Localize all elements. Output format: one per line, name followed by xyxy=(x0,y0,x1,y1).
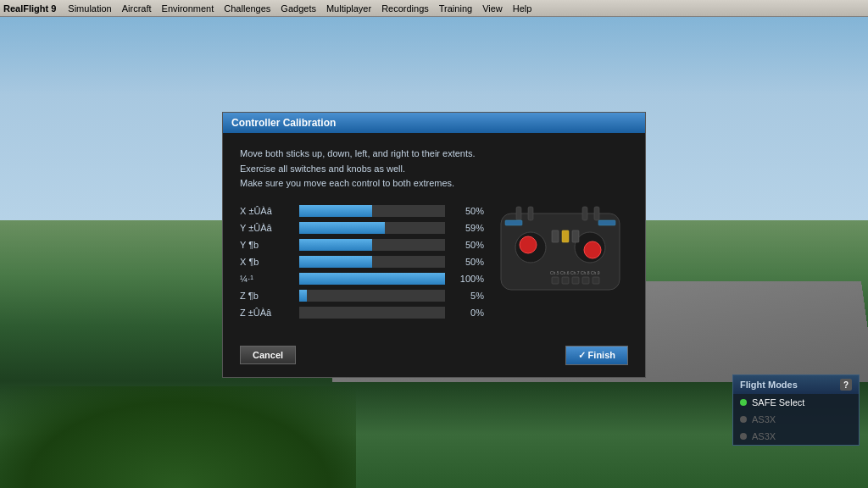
menu-recordings[interactable]: Recordings xyxy=(376,3,434,14)
menu-help[interactable]: Help xyxy=(508,3,537,14)
app-title: RealFlight 9 xyxy=(3,3,56,14)
flight-mode-item-2[interactable]: AS3X xyxy=(733,428,859,445)
progress-bar-4 xyxy=(299,273,445,285)
control-value-6: 0% xyxy=(452,308,484,318)
control-label-1: Y ±ÛÀâ xyxy=(240,223,299,233)
menu-bar-area: RealFlight 9 Simulation Aircraft Environ… xyxy=(3,3,865,14)
control-row-1: Y ±ÛÀâ 59% xyxy=(240,222,484,234)
menu-multiplayer[interactable]: Multiplayer xyxy=(321,3,376,14)
flight-modes-help-button[interactable]: ? xyxy=(840,379,852,391)
flight-mode-label-0: SAFE Select xyxy=(752,397,804,408)
svg-rect-23 xyxy=(598,220,615,225)
svg-rect-18 xyxy=(562,277,569,284)
flight-mode-label-1: AS3X xyxy=(752,414,776,424)
svg-rect-9 xyxy=(552,230,559,242)
svg-rect-10 xyxy=(562,230,569,242)
control-label-0: X ±ÛÀâ xyxy=(240,206,299,216)
progress-bar-2 xyxy=(299,239,372,251)
control-value-1: 59% xyxy=(452,223,484,233)
control-label-3: X ¶b xyxy=(240,257,299,267)
rc-controller-svg: Ch.5 Ch.6 Ch.7 Ch.8 Ch.9 xyxy=(492,205,628,324)
dialog-footer: Cancel ✓ Finish xyxy=(223,337,645,377)
dialog-title-bar: Controller Calibration xyxy=(223,113,645,133)
svg-point-6 xyxy=(520,236,537,253)
controls-list: X ±ÛÀâ 50% Y ±ÛÀâ 59% Y ¶b xyxy=(240,205,484,324)
inactive-dot-icon-1 xyxy=(740,416,747,423)
svg-rect-19 xyxy=(572,277,579,284)
control-row-3: X ¶b 50% xyxy=(240,256,484,268)
menu-gadgets[interactable]: Gadgets xyxy=(275,3,321,14)
progress-container-5 xyxy=(299,290,445,302)
control-value-2: 50% xyxy=(452,240,484,250)
cancel-button[interactable]: Cancel xyxy=(240,346,296,364)
svg-rect-1 xyxy=(516,207,521,220)
checkmark-icon: ✓ xyxy=(578,350,588,360)
control-label-2: Y ¶b xyxy=(240,240,299,250)
instruction-line-3: Make sure you move each control to both … xyxy=(240,176,628,191)
svg-text:Ch.7: Ch.7 xyxy=(570,270,580,275)
progress-container-6 xyxy=(299,307,445,319)
flight-mode-label-2: AS3X xyxy=(752,431,776,441)
controls-area: X ±ÛÀâ 50% Y ±ÛÀâ 59% Y ¶b xyxy=(240,205,628,324)
svg-rect-3 xyxy=(582,207,587,220)
svg-text:Ch.9: Ch.9 xyxy=(591,270,600,275)
rc-controller-image: Ch.5 Ch.6 Ch.7 Ch.8 Ch.9 xyxy=(492,205,628,324)
control-value-3: 50% xyxy=(452,257,484,267)
svg-rect-2 xyxy=(528,207,533,220)
progress-bar-3 xyxy=(299,256,372,268)
menu-view[interactable]: View xyxy=(477,3,508,14)
menu-training[interactable]: Training xyxy=(434,3,477,14)
svg-rect-17 xyxy=(552,277,559,284)
flight-mode-item-0[interactable]: SAFE Select xyxy=(733,394,859,411)
svg-text:Ch.6: Ch.6 xyxy=(560,270,570,275)
flight-modes-title-bar: Flight Modes ? xyxy=(733,375,859,394)
control-value-4: 100% xyxy=(452,274,484,284)
svg-rect-21 xyxy=(593,277,599,284)
control-row-2: Y ¶b 50% xyxy=(240,239,484,251)
flight-mode-item-1[interactable]: AS3X xyxy=(733,411,859,428)
progress-container-4 xyxy=(299,273,445,285)
progress-container-3 xyxy=(299,256,445,268)
control-row-5: Z ¶b 5% xyxy=(240,290,484,302)
finish-button[interactable]: ✓ Finish xyxy=(565,346,628,365)
dialog-content: Move both sticks up, down, left, and rig… xyxy=(223,133,645,337)
instruction-line-1: Move both sticks up, down, left, and rig… xyxy=(240,147,628,162)
flight-modes-title-label: Flight Modes xyxy=(740,380,798,390)
svg-text:Ch.5: Ch.5 xyxy=(550,270,559,275)
active-dot-icon xyxy=(740,399,747,406)
dialog-instructions: Move both sticks up, down, left, and rig… xyxy=(240,147,628,191)
control-label-5: Z ¶b xyxy=(240,291,299,301)
progress-bar-0 xyxy=(299,205,372,217)
control-label-6: Z ±ÛÀâ xyxy=(240,308,299,318)
menu-aircraft[interactable]: Aircraft xyxy=(117,3,157,14)
menu-simulation[interactable]: Simulation xyxy=(63,3,116,14)
progress-container-1 xyxy=(299,222,445,234)
svg-point-8 xyxy=(584,241,601,258)
instruction-line-2: Exercise all switches and knobs as well. xyxy=(240,162,628,177)
control-row-6: Z ±ÛÀâ 0% xyxy=(240,307,484,319)
control-label-4: ¼·¹ xyxy=(240,274,299,284)
progress-bar-1 xyxy=(299,222,385,234)
svg-rect-22 xyxy=(505,220,522,225)
flight-modes-panel: Flight Modes ? SAFE Select AS3X AS3X xyxy=(732,374,860,446)
progress-container-0 xyxy=(299,205,445,217)
svg-rect-4 xyxy=(594,207,599,220)
dialog-title: Controller Calibration xyxy=(231,117,336,129)
svg-rect-11 xyxy=(572,230,579,242)
progress-bar-5 xyxy=(299,290,307,302)
bushes xyxy=(0,386,356,488)
controller-calibration-dialog: Controller Calibration Move both sticks … xyxy=(222,112,646,378)
menu-bar: RealFlight 9 Simulation Aircraft Environ… xyxy=(0,0,868,17)
inactive-dot-icon-2 xyxy=(740,433,747,440)
control-row-4: ¼·¹ 100% xyxy=(240,273,484,285)
svg-text:Ch.8: Ch.8 xyxy=(581,270,590,275)
control-value-5: 5% xyxy=(452,291,484,301)
progress-container-2 xyxy=(299,239,445,251)
control-value-0: 50% xyxy=(452,206,484,216)
menu-environment[interactable]: Environment xyxy=(157,3,220,14)
control-row-0: X ±ÛÀâ 50% xyxy=(240,205,484,217)
svg-rect-20 xyxy=(582,277,589,284)
menu-challenges[interactable]: Challenges xyxy=(219,3,275,14)
